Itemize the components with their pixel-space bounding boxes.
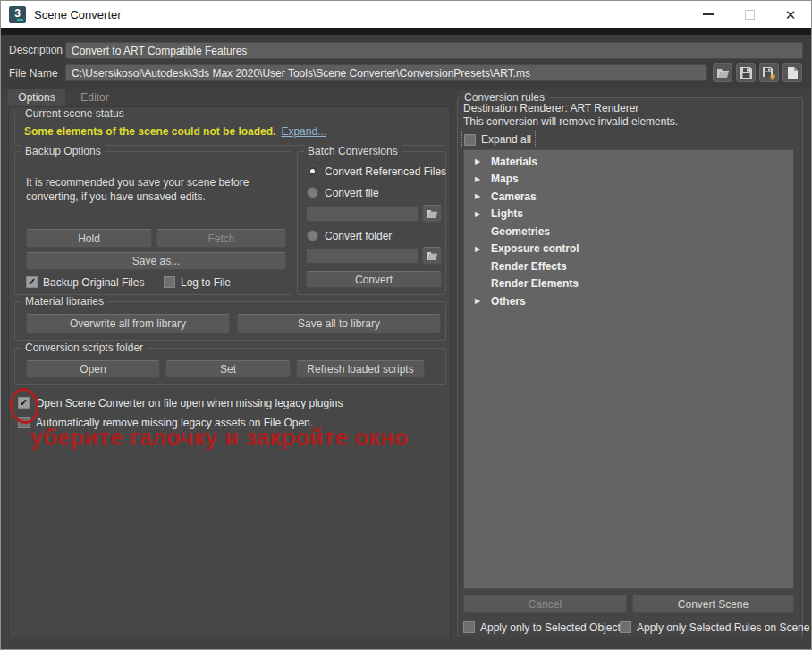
conversion-scripts-folder-title: Conversion scripts folder bbox=[21, 342, 147, 354]
open-folder-icon bbox=[716, 68, 730, 79]
scene-converter-window: 3 Scene Converter ✕ Description File Nam… bbox=[0, 0, 812, 650]
tree-item[interactable]: ▶Others bbox=[464, 292, 793, 310]
tab-options[interactable]: Options bbox=[8, 89, 65, 106]
convert-scene-button[interactable]: Convert Scene bbox=[632, 595, 794, 613]
maximize-button[interactable] bbox=[729, 1, 770, 28]
material-libraries-title: Material libraries bbox=[21, 295, 107, 308]
tree-item[interactable]: ▶Materials bbox=[464, 153, 793, 171]
tree-item-label: Exposure control bbox=[491, 242, 579, 255]
titlebar-divider bbox=[1, 28, 811, 35]
expand-link[interactable]: Expand... bbox=[281, 125, 326, 138]
apply-only-selected-rules-checkbox[interactable] bbox=[620, 621, 631, 633]
batch-conversions-title: Batch Conversions bbox=[304, 145, 402, 157]
convert-file-label: Convert file bbox=[325, 187, 379, 199]
tree-item[interactable]: ▶Exposure control bbox=[464, 241, 793, 258]
tree-item-label: Render Elements bbox=[491, 277, 579, 290]
new-document-icon bbox=[788, 67, 798, 79]
open-scripts-button[interactable]: Open bbox=[26, 360, 160, 378]
apply-only-selected-objects-label: Apply only to Selected Objects bbox=[480, 621, 626, 634]
current-scene-status-group: Current scene status Some elements of th… bbox=[14, 114, 444, 146]
save-as-icon bbox=[763, 67, 776, 80]
tree-item[interactable]: ▶Maps bbox=[464, 171, 793, 189]
save-as-button[interactable]: Save as... bbox=[26, 252, 286, 270]
file-name-label: File Name bbox=[9, 67, 58, 80]
expand-arrow-icon[interactable]: ▶ bbox=[475, 297, 486, 305]
backup-original-files-label: Backup Original Files bbox=[43, 276, 144, 289]
annotation-text: уберите галочку и закройте окно bbox=[30, 425, 409, 451]
logo-text: 3 bbox=[14, 8, 21, 19]
description-label: Description bbox=[9, 44, 63, 56]
browse-folder-button[interactable] bbox=[422, 247, 442, 265]
logo-accent bbox=[17, 19, 23, 21]
expand-all-label: Expand all bbox=[481, 133, 531, 146]
expand-arrow-icon[interactable]: ▶ bbox=[475, 175, 486, 183]
convert-file-radio[interactable] bbox=[307, 187, 318, 198]
tree-item-label: Cameras bbox=[491, 190, 537, 203]
conversion-rules-panel: Conversion rules Destination Renderer: A… bbox=[457, 97, 803, 637]
expand-arrow-icon[interactable]: ▶ bbox=[475, 210, 486, 218]
backup-options-group: Backup Options It is recommended you sav… bbox=[14, 151, 292, 295]
tree-item-label: Others bbox=[491, 295, 526, 308]
current-scene-status-title: Current scene status bbox=[21, 107, 128, 120]
tree-item-label: Geometries bbox=[491, 225, 550, 238]
refresh-loaded-scripts-button[interactable]: Refresh loaded scripts bbox=[296, 360, 425, 378]
open-folder-icon bbox=[426, 251, 438, 261]
set-scripts-button[interactable]: Set bbox=[165, 360, 291, 378]
save-all-to-library-button[interactable]: Save all to library bbox=[237, 314, 441, 333]
minimize-button[interactable] bbox=[688, 1, 729, 28]
conversion-note-text: This conversion will remove invalid elem… bbox=[463, 115, 678, 128]
tree-item-label: Maps bbox=[491, 173, 519, 185]
new-preset-button[interactable] bbox=[782, 63, 802, 82]
apply-only-selected-objects-checkbox[interactable] bbox=[463, 621, 475, 633]
description-input[interactable] bbox=[65, 42, 803, 59]
tree-item[interactable]: Render Effects bbox=[464, 257, 793, 275]
overwrite-all-from-library-button[interactable]: Overwrite all from library bbox=[26, 314, 230, 333]
fetch-button[interactable]: Fetch bbox=[156, 229, 286, 248]
open-preset-button[interactable] bbox=[713, 63, 732, 82]
open-on-missing-plugins-label: Open Scene Converter on file open when m… bbox=[36, 397, 343, 409]
convert-referenced-files-label: Convert Referenced Files bbox=[325, 165, 446, 178]
tree-item[interactable]: ▶Cameras bbox=[464, 188, 793, 206]
browse-file-button[interactable] bbox=[422, 205, 442, 223]
open-folder-icon bbox=[426, 209, 438, 219]
rules-tree: ▶Materials▶Maps▶Cameras▶LightsGeometries… bbox=[463, 149, 794, 589]
tree-item[interactable]: Geometries bbox=[464, 223, 793, 241]
expand-all-checkbox[interactable] bbox=[464, 134, 476, 146]
convert-referenced-files-radio[interactable] bbox=[307, 165, 318, 177]
log-to-file-checkbox[interactable] bbox=[164, 276, 175, 288]
expand-arrow-icon[interactable]: ▶ bbox=[475, 245, 486, 253]
tree-item[interactable]: ▶Lights bbox=[464, 206, 793, 224]
minimize-icon bbox=[703, 13, 714, 15]
options-panel: Current scene status Some elements of th… bbox=[8, 106, 451, 637]
backup-options-title: Backup Options bbox=[21, 145, 105, 157]
close-button[interactable]: ✕ bbox=[770, 1, 811, 28]
expand-arrow-icon[interactable]: ▶ bbox=[475, 192, 486, 200]
file-name-input[interactable] bbox=[65, 64, 707, 81]
backup-original-files-checkbox[interactable] bbox=[26, 276, 38, 288]
tree-item-label: Lights bbox=[491, 207, 523, 220]
convert-folder-label: Convert folder bbox=[325, 230, 392, 242]
window-title: Scene Converter bbox=[34, 8, 122, 21]
hold-button[interactable]: Hold bbox=[26, 229, 152, 248]
save-icon bbox=[740, 67, 752, 79]
tab-editor[interactable]: Editor bbox=[66, 89, 123, 106]
tree-item[interactable]: Render Elements bbox=[464, 275, 793, 293]
log-to-file-label: Log to File bbox=[181, 276, 231, 289]
convert-folder-radio[interactable] bbox=[307, 230, 318, 241]
apply-only-selected-rules-label: Apply only Selected Rules on Scene bbox=[637, 621, 809, 634]
scene-status-warning: Some elements of the scene could not be … bbox=[24, 125, 275, 138]
save-preset-button[interactable] bbox=[736, 63, 756, 82]
backup-info-text: It is recommended you save your scene be… bbox=[26, 175, 281, 204]
conversion-scripts-folder-group: Conversion scripts folder Open Set Refre… bbox=[14, 348, 446, 385]
3ds-max-logo-icon: 3 bbox=[9, 6, 26, 23]
save-preset-as-button[interactable] bbox=[759, 63, 779, 82]
convert-button[interactable]: Convert bbox=[306, 271, 442, 288]
expand-arrow-icon[interactable]: ▶ bbox=[475, 157, 486, 165]
convert-file-input[interactable] bbox=[306, 206, 419, 222]
tree-item-label: Materials bbox=[491, 156, 537, 168]
destination-renderer-text: Destination Renderer: ART Renderer bbox=[463, 102, 639, 114]
expand-all-control[interactable]: Expand all bbox=[461, 131, 536, 148]
close-icon: ✕ bbox=[785, 8, 797, 21]
cancel-button[interactable]: Cancel bbox=[463, 595, 627, 613]
convert-folder-input[interactable] bbox=[306, 248, 419, 264]
